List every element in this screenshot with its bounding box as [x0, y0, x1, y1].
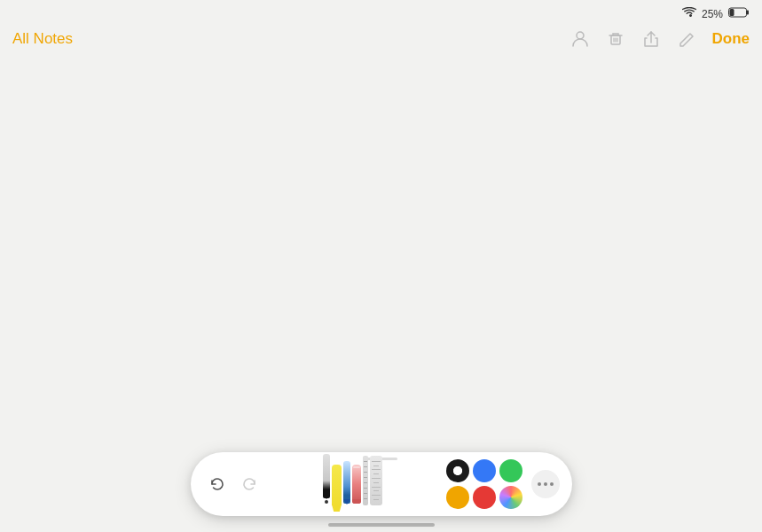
battery-icon: [728, 7, 750, 20]
three-dots-icon: [538, 482, 554, 486]
share-icon[interactable]: [641, 29, 661, 49]
more-button[interactable]: [531, 470, 560, 498]
eraser-tool[interactable]: [352, 465, 361, 511]
black-pen-tool[interactable]: [323, 454, 330, 511]
trash-icon[interactable]: [606, 29, 625, 49]
nav-bar: All Notes: [0, 20, 762, 59]
wifi-icon: [682, 7, 696, 20]
drawing-toolbar: [191, 452, 572, 516]
tool-selected-indicator: [325, 500, 328, 504]
edit-icon[interactable]: [677, 29, 696, 49]
redo-button[interactable]: [235, 470, 263, 498]
colors-row-bottom: [446, 486, 522, 509]
done-button[interactable]: Done: [712, 30, 750, 48]
battery-percentage: 25%: [702, 8, 723, 20]
person-icon[interactable]: [570, 29, 590, 49]
tools-group: [272, 452, 434, 516]
color-black[interactable]: [446, 459, 469, 482]
color-green[interactable]: [499, 459, 522, 482]
scale-tool[interactable]: [370, 456, 382, 511]
color-orange[interactable]: [446, 486, 469, 509]
color-blue[interactable]: [473, 459, 496, 482]
color-purple[interactable]: [499, 486, 522, 509]
yellow-marker-tool[interactable]: [332, 465, 342, 511]
colors-row-top: [446, 459, 522, 482]
svg-rect-1: [747, 11, 750, 15]
colors-group: [446, 459, 522, 509]
all-notes-button[interactable]: All Notes: [12, 30, 73, 48]
blue-pen-tool[interactable]: [343, 461, 350, 511]
svg-rect-2: [730, 9, 735, 16]
ruler-tool[interactable]: [363, 456, 368, 511]
history-group: [203, 470, 263, 498]
color-red[interactable]: [473, 486, 496, 509]
status-bar: 25%: [682, 7, 750, 20]
undo-button[interactable]: [203, 470, 232, 498]
nav-right-actions: Done: [570, 29, 750, 49]
svg-point-3: [577, 32, 584, 39]
home-indicator: [328, 523, 435, 527]
